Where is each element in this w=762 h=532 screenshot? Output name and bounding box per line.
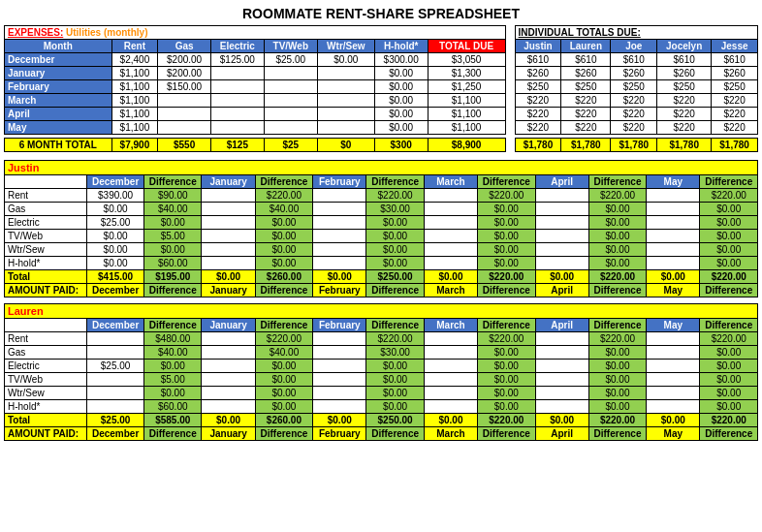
expenses-label: EXPENSES:	[8, 27, 63, 38]
table-row: January $1,100 $200.00 $0.00 $1,300 $260…	[5, 67, 758, 80]
col-gas: Gas	[158, 40, 211, 53]
lauren-rent-row: Rent $480.00 $220.00 $220.00 $220.00 $22…	[5, 332, 758, 346]
lauren-tvweb-row: TV/Web $5.00 $0.00 $0.00 $0.00 $0.00 $0.…	[5, 373, 758, 387]
table-row: February $1,100 $150.00 $0.00 $1,250 $25…	[5, 80, 758, 94]
individual-totals-label: INDIVIDUAL TOTALS DUE:	[519, 27, 641, 38]
col-joe: Joe	[611, 40, 657, 53]
lauren-table: Lauren December Difference January Diffe…	[4, 303, 758, 441]
lauren-electric-row: Electric $25.00 $0.00 $0.00 $0.00 $0.00 …	[5, 360, 758, 373]
lauren-hhold-row: H-hold* $60.00 $0.00 $0.00 $0.00 $0.00 $…	[5, 400, 758, 414]
lauren-total-row: Total $25.00 $585.00 $0.00 $260.00 $0.00…	[5, 414, 758, 427]
col-rent: Rent	[111, 40, 158, 53]
justin-electric-row: Electric $25.00 $0.00 $0.00 $0.00 $0.00 …	[5, 216, 758, 230]
justin-total-row: Total $415.00 $195.00 $0.00 $260.00 $0.0…	[5, 270, 758, 284]
section-gap-1	[4, 152, 758, 160]
table-row: March $1,100 $0.00 $1,100 $220 $220 $220…	[5, 94, 758, 108]
lauren-header-row: Lauren	[5, 304, 758, 319]
justin-amount-paid-row: AMOUNT PAID: December Difference January…	[5, 284, 758, 297]
col-jocelyn: Jocelyn	[657, 40, 712, 53]
justin-tvweb-row: TV/Web $0.00 $5.00 $0.00 $0.00 $0.00 $0.…	[5, 230, 758, 243]
table-row: April $1,100 $0.00 $1,100 $220 $220 $220…	[5, 108, 758, 121]
lauren-wtrsew-row: Wtr/Sew $0.00 $0.00 $0.00 $0.00 $0.00 $0…	[5, 387, 758, 400]
lauren-month-header: December Difference January Difference F…	[5, 319, 758, 332]
table-row: May $1,100 $0.00 $1,100 $220 $220 $220 $…	[5, 121, 758, 135]
col-hhold: H-hold*	[374, 40, 428, 53]
col-jesse: Jesse	[712, 40, 758, 53]
col-wtrsew: Wtr/Sew	[317, 40, 374, 53]
expenses-value: Utilities (monthly)	[66, 27, 147, 38]
summary-table: EXPENSES: Utilities (monthly) INDIVIDUAL…	[4, 25, 758, 152]
justin-name: Justin	[8, 162, 39, 173]
total-row: 6 MONTH TOTAL $7,900 $550 $125 $25 $0 $3…	[5, 139, 758, 152]
lauren-amount-paid-row: AMOUNT PAID: December Difference January…	[5, 427, 758, 441]
col-tvweb: TV/Web	[264, 40, 317, 53]
justin-gas-row: Gas $0.00 $40.00 $40.00 $30.00 $0.00 $0.…	[5, 203, 758, 216]
justin-month-header: December Difference January Difference F…	[5, 175, 758, 189]
justin-table: Justin December Difference January Diffe…	[4, 160, 758, 297]
justin-wtrsew-row: Wtr/Sew $0.00 $0.00 $0.00 $0.00 $0.00 $0…	[5, 243, 758, 257]
lauren-name: Lauren	[8, 305, 44, 317]
justin-rent-row: Rent $390.00 $90.00 $220.00 $220.00 $220…	[5, 189, 758, 203]
main-title: ROOMMATE RENT-SHARE SPREADSHEET	[4, 2, 758, 25]
col-total-due: TOTAL DUE	[428, 40, 505, 53]
page-container: ROOMMATE RENT-SHARE SPREADSHEET EXPENSES…	[0, 0, 762, 443]
justin-header-row: Justin	[5, 161, 758, 175]
col-lauren: Lauren	[561, 40, 611, 53]
col-month: Month	[5, 40, 112, 53]
justin-hhold-row: H-hold* $0.00 $60.00 $0.00 $0.00 $0.00 $…	[5, 257, 758, 270]
lauren-gas-row: Gas $40.00 $40.00 $30.00 $0.00 $0.00 $0.…	[5, 346, 758, 360]
table-row: December $2,400 $200.00 $125.00 $25.00 $…	[5, 53, 758, 67]
col-justin: Justin	[515, 40, 561, 53]
col-electric: Electric	[210, 40, 264, 53]
